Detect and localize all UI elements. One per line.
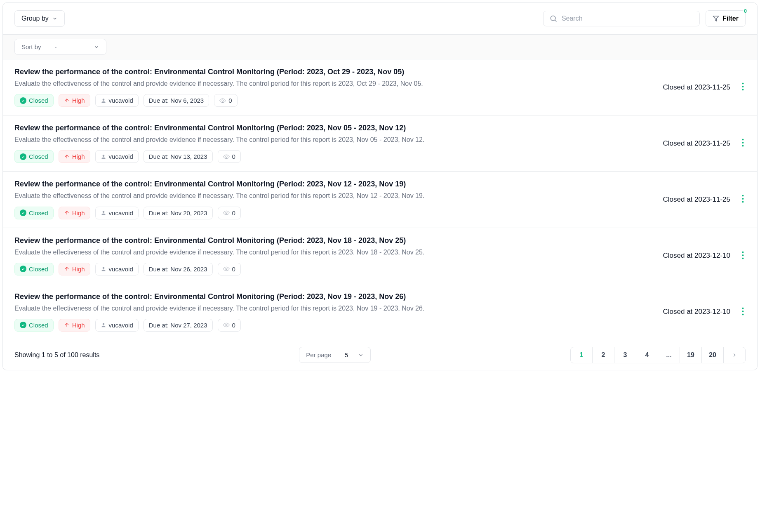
assignee-label: vucavoid [109,210,133,217]
assignee-label: vucavoid [109,153,133,160]
per-page-select[interactable]: 5 [338,347,370,363]
priority-badge: High [59,207,90,219]
page-2[interactable]: 2 [592,347,614,363]
item-menu-button[interactable] [740,250,746,262]
eye-icon [219,97,226,104]
assignee-label: vucavoid [109,266,133,273]
watchers-count: 0 [228,97,232,104]
closed-at: Closed at 2023-12-10 [663,308,730,316]
page-1[interactable]: 1 [570,347,593,363]
assignee-label: vucavoid [109,97,133,104]
item-title[interactable]: Review the performance of the control: E… [14,292,501,301]
due-label: Due at: Nov 13, 2023 [149,153,207,160]
svg-point-23 [226,268,227,270]
watchers-badge: 0 [218,150,241,163]
status-label: Closed [29,210,48,217]
item-desc: Evaluate the effectiveness of the contro… [14,79,452,88]
eye-icon [223,322,230,328]
user-icon [101,154,106,160]
svg-point-10 [102,155,104,157]
assignee-label: vucavoid [109,322,133,329]
item-title[interactable]: Review the performance of the control: E… [14,68,501,76]
svg-point-12 [742,139,744,141]
chevron-down-icon [94,44,99,50]
priority-badge: High [59,319,90,332]
priority-badge: High [59,263,90,275]
svg-point-24 [742,251,744,253]
watchers-count: 0 [232,210,235,217]
page-next[interactable] [723,347,746,363]
page-20[interactable]: 20 [701,347,724,363]
svg-point-16 [102,211,104,213]
user-icon [101,98,106,104]
priority-label: High [72,322,85,329]
user-icon [101,266,106,272]
watchers-badge: 0 [214,94,237,107]
group-by-label: Group by [21,15,49,22]
check-circle-icon [20,266,26,272]
item-menu-button[interactable] [740,306,746,318]
search-field-wrap[interactable] [543,11,700,26]
priority-label: High [72,266,85,273]
watchers-count: 0 [232,266,235,273]
assignee-badge: vucavoid [95,319,139,332]
closed-at: Closed at 2023-11-25 [663,139,730,148]
svg-point-6 [742,83,744,85]
assignee-badge: vucavoid [95,207,139,219]
sort-by-select[interactable]: - [48,39,106,54]
closed-at: Closed at 2023-12-10 [663,252,730,260]
due-label: Due at: Nov 6, 2023 [149,97,204,104]
chevron-right-icon [732,352,737,358]
arrow-up-icon [64,154,70,160]
watchers-count: 0 [232,153,235,160]
per-page-value: 5 [345,352,348,358]
group-by-button[interactable]: Group by [14,10,65,27]
assignee-badge: vucavoid [95,94,139,107]
due-badge: Due at: Nov 20, 2023 [144,207,213,219]
page-4[interactable]: 4 [636,347,658,363]
more-vertical-icon [742,307,744,315]
due-badge: Due at: Nov 26, 2023 [144,263,213,275]
svg-point-28 [102,323,104,325]
due-badge: Due at: Nov 27, 2023 [144,319,213,332]
status-badge: Closed [14,207,54,219]
page-3[interactable]: 3 [614,347,636,363]
item-desc: Evaluate the effectiveness of the contro… [14,304,452,313]
svg-marker-2 [713,16,718,21]
due-label: Due at: Nov 20, 2023 [149,210,207,217]
item-title[interactable]: Review the performance of the control: E… [14,180,501,188]
status-label: Closed [29,97,48,104]
page-19[interactable]: 19 [680,347,702,363]
item-menu-button[interactable] [740,137,746,150]
arrow-up-icon [64,266,70,272]
item-menu-button[interactable] [740,193,746,206]
priority-badge: High [59,94,90,107]
item-title[interactable]: Review the performance of the control: E… [14,124,501,132]
arrow-up-icon [64,322,70,328]
list-item: Review the performance of the control: E… [3,228,757,284]
filter-button[interactable]: Filter 0 [706,10,746,27]
priority-label: High [72,210,85,217]
svg-point-17 [226,212,227,214]
list-item: Review the performance of the control: E… [3,115,757,172]
watchers-badge: 0 [218,207,241,219]
results-summary: Showing 1 to 5 of 100 results [14,351,99,359]
chevron-down-icon [358,352,364,358]
user-icon [101,210,106,216]
svg-point-19 [742,198,744,200]
item-title[interactable]: Review the performance of the control: E… [14,236,501,245]
status-badge: Closed [14,319,54,332]
status-label: Closed [29,322,48,329]
arrow-up-icon [64,210,70,216]
item-desc: Evaluate the effectiveness of the contro… [14,191,452,200]
item-desc: Evaluate the effectiveness of the contro… [14,247,452,257]
due-label: Due at: Nov 27, 2023 [149,322,207,329]
eye-icon [223,210,230,216]
status-badge: Closed [14,94,54,107]
due-label: Due at: Nov 26, 2023 [149,266,207,273]
svg-point-31 [742,311,744,312]
item-menu-button[interactable] [740,81,746,94]
svg-point-0 [551,16,555,21]
priority-label: High [72,97,85,104]
search-input[interactable] [562,15,694,22]
